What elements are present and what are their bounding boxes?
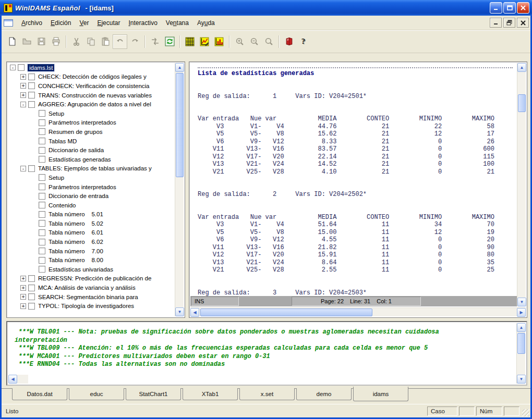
- tab-idams[interactable]: idams: [353, 387, 408, 401]
- checkbox-icon[interactable]: [28, 101, 35, 108]
- messages-vertical-scrollbar[interactable]: ▲ ▼: [516, 323, 525, 384]
- tree-item[interactable]: Tabla número 6.01: [8, 228, 175, 238]
- tree-item-label[interactable]: SEARCH: Segmentación binaria para: [38, 294, 138, 300]
- output-vertical-scrollbar[interactable]: ▲ ▼: [517, 63, 526, 306]
- tree-item[interactable]: Diccionario de salida: [8, 145, 175, 155]
- tree-item-label[interactable]: CONCHECK: Verificación de consistencia: [38, 83, 149, 89]
- scroll-left-icon[interactable]: ◀: [190, 308, 199, 317]
- tree-item[interactable]: Tablas MD: [8, 137, 175, 146]
- minus-expand-icon[interactable]: -: [20, 102, 26, 107]
- chart-line-icon[interactable]: [197, 34, 212, 49]
- tree-item[interactable]: -TABLES: Ejemplos de tablas univariadas …: [8, 164, 175, 174]
- minimize-button[interactable]: [490, 2, 502, 14]
- tree-item-label[interactable]: Diccionario de salida: [49, 147, 104, 153]
- tab-datosdat[interactable]: Datos.dat: [12, 388, 67, 400]
- menu-item-ayuda[interactable]: Ayuda: [193, 18, 219, 28]
- output-content[interactable]: Lista de estadísticas generadas Reg de s…: [190, 63, 517, 296]
- checkbox-icon[interactable]: [39, 266, 45, 273]
- tree-item[interactable]: +CONCHECK: Verificación de consistencia: [8, 81, 175, 91]
- checkbox-icon[interactable]: [28, 275, 35, 282]
- save-icon[interactable]: [34, 34, 49, 49]
- tree-item-label[interactable]: Setup: [49, 175, 64, 181]
- tree-item[interactable]: Estadísticas generadas: [8, 155, 175, 164]
- plus-expand-icon[interactable]: +: [20, 83, 26, 89]
- scroll-down-icon[interactable]: ▼: [517, 298, 526, 306]
- menu-item-ejecutar[interactable]: Ejecutar: [93, 18, 124, 28]
- new-document-icon[interactable]: [5, 34, 19, 49]
- mdi-close-button[interactable]: [517, 18, 529, 28]
- checkbox-icon[interactable]: [39, 202, 45, 208]
- checkbox-icon[interactable]: [18, 64, 25, 71]
- tree-item-label[interactable]: TRANS: Construcción de nuevas variables: [38, 92, 152, 98]
- zoom-out-icon[interactable]: [247, 34, 261, 49]
- tree-item-label[interactable]: TYPOL: Tipología de investigadores: [38, 303, 134, 309]
- checkbox-icon[interactable]: [39, 138, 45, 144]
- scroll-up-icon[interactable]: ▲: [517, 63, 526, 72]
- scrollbar-thumb[interactable]: [200, 309, 372, 316]
- resize-grip[interactable]: [522, 409, 529, 416]
- tree-item-label[interactable]: idams.lst: [28, 64, 54, 71]
- scroll-left-icon[interactable]: ◀: [8, 375, 17, 384]
- print-icon[interactable]: [49, 34, 63, 49]
- tree-item[interactable]: +SEARCH: Segmentación binaria para: [8, 292, 175, 302]
- help-question-icon[interactable]: ??: [296, 34, 311, 49]
- tree-item[interactable]: Parámetros interpretados: [8, 182, 175, 192]
- tree-item[interactable]: Tabla número 6.02: [8, 237, 175, 247]
- undo-icon[interactable]: [113, 34, 127, 49]
- tab-statchart1[interactable]: StatChart1: [126, 388, 181, 400]
- tree-item[interactable]: Tabla número 8.00: [8, 255, 175, 265]
- checkbox-icon[interactable]: [39, 156, 45, 163]
- scrollbar-thumb[interactable]: [517, 333, 525, 354]
- chart-bars-icon[interactable]: [212, 34, 226, 49]
- checkbox-icon[interactable]: [39, 174, 45, 181]
- menu-item-ver[interactable]: Ver: [75, 18, 93, 28]
- plus-expand-icon[interactable]: +: [20, 303, 26, 309]
- zoom-icon[interactable]: [261, 34, 276, 49]
- checkbox-icon[interactable]: [39, 183, 45, 190]
- tree-item-label[interactable]: Estadísticas generadas: [49, 156, 111, 163]
- scroll-up-icon[interactable]: ▲: [175, 63, 184, 72]
- plus-expand-icon[interactable]: +: [20, 276, 26, 281]
- scrollbar-thumb[interactable]: [176, 73, 184, 177]
- tree-item-label[interactable]: Tabla número 7.00: [49, 248, 103, 254]
- tree-item-label[interactable]: Setup: [49, 110, 64, 117]
- paste-icon[interactable]: [98, 34, 113, 49]
- tree-item-label[interactable]: REGRESSN: Predicción de publicación de: [38, 275, 151, 281]
- tab-demo[interactable]: demo: [296, 388, 352, 400]
- tree-item-label[interactable]: Tabla número 6.01: [49, 229, 103, 236]
- checkbox-icon[interactable]: [39, 110, 45, 117]
- tree-item[interactable]: +TYPOL: Tipología de investigadores: [8, 301, 175, 311]
- checkbox-icon[interactable]: [28, 73, 35, 80]
- tree-item[interactable]: +TRANS: Construcción de nuevas variables: [8, 91, 175, 100]
- messages-horizontal-scrollbar[interactable]: ◀: [8, 375, 28, 384]
- checkbox-icon[interactable]: [39, 220, 45, 227]
- tab-xtab1[interactable]: XTab1: [183, 388, 238, 400]
- menu-item-archivo[interactable]: Archivo: [17, 18, 46, 28]
- zoom-in-icon[interactable]: [232, 34, 247, 49]
- tree-item[interactable]: Tabla número 5.02: [8, 219, 175, 228]
- tab-xset[interactable]: x.set: [239, 388, 295, 400]
- tree-item[interactable]: +REGRESSN: Predicción de publicación de: [8, 274, 175, 284]
- output-horizontal-scrollbar[interactable]: ◀ ▶: [190, 307, 526, 316]
- checkbox-icon[interactable]: [39, 257, 45, 264]
- plus-expand-icon[interactable]: +: [20, 74, 26, 80]
- checkbox-icon[interactable]: [39, 193, 45, 200]
- checkbox-icon[interactable]: [28, 303, 35, 310]
- tree-item[interactable]: Setup: [8, 109, 175, 118]
- tree-item[interactable]: Parámetros interpretados: [8, 118, 175, 128]
- copy-icon[interactable]: [83, 34, 98, 49]
- plus-expand-icon[interactable]: +: [20, 285, 26, 291]
- tree-item[interactable]: Tabla número 5.01: [8, 210, 175, 219]
- minus-expand-icon[interactable]: -: [20, 166, 26, 171]
- tree-item-label[interactable]: Estadísticas univariadas: [49, 266, 113, 273]
- tree-item-label[interactable]: Parámetros interpretados: [49, 184, 116, 190]
- tree-item[interactable]: -AGGREG: Agrupación de datos a nivel del: [8, 100, 175, 109]
- tree-item[interactable]: Estadísticas univariadas: [8, 265, 175, 274]
- checkbox-icon[interactable]: [28, 293, 35, 300]
- tree-item-label[interactable]: Resumen de grupos: [49, 129, 103, 135]
- tree-item-label[interactable]: Diccionario de entrada: [49, 193, 108, 199]
- tree-item-label[interactable]: TABLES: Ejemplos de tablas univariadas y: [38, 165, 152, 171]
- checkbox-icon[interactable]: [39, 147, 45, 154]
- mdi-minimize-button[interactable]: [490, 18, 502, 28]
- mdi-document-icon[interactable]: [4, 19, 13, 27]
